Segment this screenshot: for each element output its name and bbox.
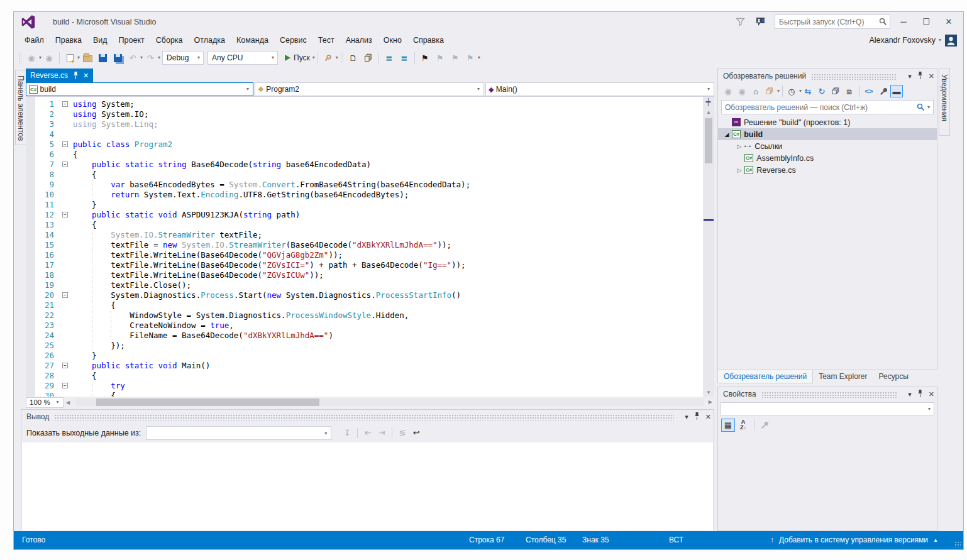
previous-message-icon[interactable]: ⇤ xyxy=(361,428,375,437)
code-line-5[interactable]: 5−public class Program2 xyxy=(35,140,703,150)
avatar[interactable] xyxy=(945,35,957,47)
home-icon[interactable]: ⌂ xyxy=(749,85,762,97)
navigate-back-icon[interactable]: ◉ xyxy=(25,51,38,65)
window-position-icon[interactable]: ▾ xyxy=(908,391,912,398)
code-line-16[interactable]: 16textFile.WriteLine(Base64Decode("QGVja… xyxy=(35,250,703,260)
feedback-icon[interactable] xyxy=(755,17,766,26)
code-line-12[interactable]: 12−public static void ASPDU9123KJA(strin… xyxy=(35,210,703,220)
pending-changes-filter-icon[interactable]: ◷ xyxy=(785,85,798,97)
code-line-24[interactable]: 24FileName = Base64Decode("dXBkYXRlLmJhd… xyxy=(35,331,703,341)
property-pages-icon[interactable] xyxy=(757,419,771,432)
toolbar-grip[interactable] xyxy=(340,52,344,63)
code-line-3[interactable]: 3using System.Linq; xyxy=(35,119,703,129)
expanded-icon[interactable]: ◢ xyxy=(722,131,732,138)
next-bookmark-icon[interactable]: ⚑ xyxy=(448,51,462,65)
horizontal-scroll-thumb[interactable] xyxy=(96,398,319,406)
redo-dropdown-icon[interactable]: ▾ xyxy=(158,55,160,60)
code-line-9[interactable]: 9var base64EncodedBytes = System.Convert… xyxy=(35,180,703,190)
code-line-17[interactable]: 17textFile.WriteLine(Base64Decode("ZGVsI… xyxy=(35,260,703,270)
start-debug-icon[interactable] xyxy=(285,55,290,61)
save-icon[interactable] xyxy=(96,51,109,65)
properties-icon[interactable] xyxy=(876,85,889,97)
member-dropdown[interactable]: ◆ Main() ▾ xyxy=(485,82,714,96)
show-all-files-icon[interactable]: 🗈︎ xyxy=(843,85,856,97)
solution-platform-combo[interactable]: Any CPU ▾ xyxy=(207,51,278,65)
maximize-button[interactable]: ☐ xyxy=(917,15,936,29)
fold-margin[interactable]: − xyxy=(62,140,73,150)
code-line-14[interactable]: 14System.IO.StreamWriter textFile; xyxy=(35,230,703,240)
collapse-region-icon[interactable]: − xyxy=(62,363,68,368)
chevron-down-icon[interactable]: ▾ xyxy=(777,89,780,94)
toolbox-tab[interactable]: Панель элементов xyxy=(15,70,26,145)
forward-icon[interactable]: ◉ xyxy=(736,85,748,97)
code-line-25[interactable]: 25}); xyxy=(35,341,703,351)
close-panel-icon[interactable]: ✕ xyxy=(929,390,934,398)
open-file-icon[interactable] xyxy=(80,51,94,65)
tree-row-1[interactable]: ◢C#build xyxy=(718,128,937,140)
output-source-combo[interactable]: ▾ xyxy=(146,426,331,440)
toolbar-overflow-icon[interactable]: ▾ xyxy=(478,55,480,60)
collapse-region-icon[interactable]: − xyxy=(62,383,68,388)
window-position-icon[interactable]: ▾ xyxy=(685,414,688,420)
panel-drag-texture[interactable] xyxy=(54,414,674,420)
back-icon[interactable]: ◉ xyxy=(722,85,734,97)
menu-item-9[interactable]: Анализ xyxy=(340,33,378,47)
code-line-6[interactable]: 6{ xyxy=(35,150,703,160)
preview-selected-items-icon[interactable]: ▬ xyxy=(890,85,903,97)
notifications-tab[interactable]: Уведомления xyxy=(939,69,950,136)
go-to-message-icon[interactable]: ↧ xyxy=(340,428,354,437)
menu-item-8[interactable]: Тест xyxy=(312,33,340,47)
collapse-region-icon[interactable]: − xyxy=(62,101,68,107)
solution-search-input[interactable] xyxy=(725,103,917,112)
close-panel-icon[interactable]: ✕ xyxy=(929,72,934,80)
tree-row-3[interactable]: C#AssemblyInfo.cs xyxy=(718,152,937,164)
clear-all-icon[interactable]: ≶ xyxy=(395,428,409,437)
find-in-files-icon[interactable]: 🔎︎ xyxy=(321,51,335,65)
close-panel-icon[interactable]: ✕ xyxy=(705,413,711,421)
type-dropdown[interactable]: ❖ Program2 ▾ xyxy=(255,82,484,96)
menu-item-0[interactable]: Файл xyxy=(19,33,50,47)
menu-item-2[interactable]: Вид xyxy=(87,33,113,47)
undo-icon[interactable]: ↶ xyxy=(126,51,140,65)
search-icon[interactable] xyxy=(917,103,925,111)
sync-with-active-document-icon[interactable]: ⇆ xyxy=(802,85,814,97)
panel-tab-0[interactable]: Обозреватель решений xyxy=(717,370,813,383)
account-area[interactable]: Alexandr Foxovsky ▾ xyxy=(869,35,957,47)
tree-row-2[interactable]: ▷▪-▪Ссылки xyxy=(718,140,937,152)
menu-item-3[interactable]: Проект xyxy=(113,33,150,47)
switch-views-icon[interactable]: 🗇︎ xyxy=(763,85,776,97)
decrease-indent-icon[interactable]: ≣ xyxy=(382,51,396,65)
fold-margin[interactable]: − xyxy=(62,381,73,391)
collapse-region-icon[interactable]: − xyxy=(62,292,68,298)
pin-icon[interactable] xyxy=(917,72,923,80)
start-button-label[interactable]: Пуск xyxy=(294,53,310,62)
collapsed-icon[interactable]: ▷ xyxy=(734,143,744,150)
search-icon[interactable] xyxy=(879,18,887,26)
alphabetical-sort-icon[interactable]: AZ↓ xyxy=(736,419,750,432)
code-line-10[interactable]: 10return System.Text.Encoding.UTF8.GetSt… xyxy=(35,190,703,200)
pin-icon[interactable] xyxy=(73,72,79,79)
scroll-up-icon[interactable]: ▲ xyxy=(703,109,714,115)
code-line-26[interactable]: 26} xyxy=(35,351,703,361)
collapse-region-icon[interactable]: − xyxy=(62,141,68,147)
code-line-18[interactable]: 18textFile.WriteLine(Base64Decode("ZGVsI… xyxy=(35,270,703,280)
tab-reverse-cs[interactable]: Reverse.cs ✕ xyxy=(26,69,93,82)
code-line-29[interactable]: 29−try xyxy=(35,381,703,391)
comment-lines-icon[interactable]: 🗋︎ xyxy=(346,51,360,65)
filter-icon[interactable] xyxy=(736,18,745,26)
output-content[interactable] xyxy=(22,442,713,530)
collapse-all-icon[interactable]: 🗇︎ xyxy=(829,85,842,97)
menu-item-5[interactable]: Отладка xyxy=(189,33,231,47)
zoom-combo[interactable]: 100 % ▾ xyxy=(26,397,64,408)
navigate-forward-icon[interactable]: ◉ xyxy=(42,51,56,65)
vertical-scroll-thumb[interactable] xyxy=(705,118,712,163)
collapse-region-icon[interactable]: − xyxy=(62,212,68,217)
toolbar-grip[interactable] xyxy=(18,52,22,63)
clear-bookmarks-icon[interactable]: ⚑ xyxy=(463,51,477,65)
code-line-22[interactable]: 22WindowStyle = System.Diagnostics.Proce… xyxy=(35,310,703,321)
view-code-icon[interactable]: <> xyxy=(863,85,875,97)
add-to-source-control-button[interactable]: ↑ Добавить в систему управления версиями… xyxy=(770,535,938,544)
code-line-23[interactable]: 23CreateNoWindow = true, xyxy=(35,321,703,331)
pin-icon[interactable] xyxy=(694,412,700,421)
categorized-view-icon[interactable]: ▦ xyxy=(721,419,735,432)
